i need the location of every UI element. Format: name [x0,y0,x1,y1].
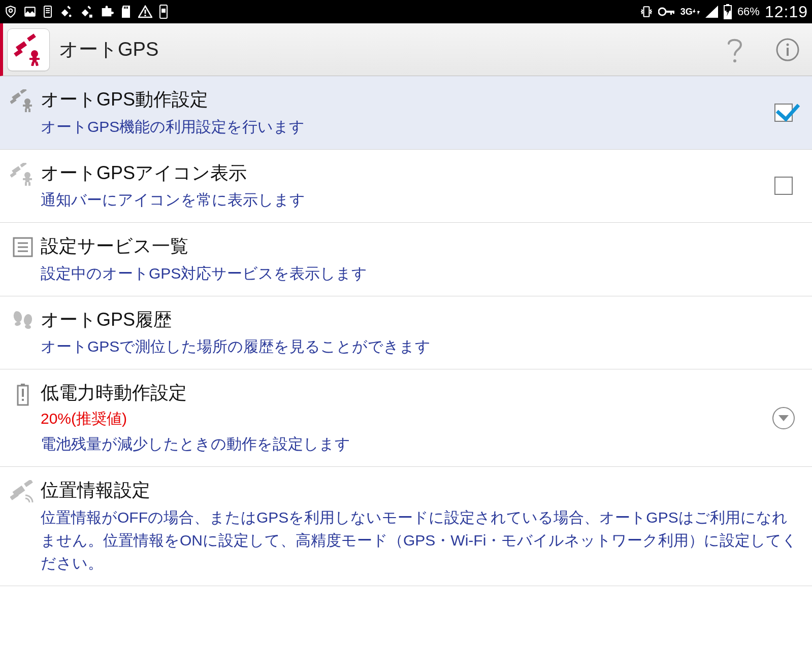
row-title: 位置情報設定 [41,478,799,503]
row-desc: 位置情報がOFFの場合、またはGPSを利用しないモードに設定されている場合、オー… [41,506,799,574]
row-value: 20%(推奨値) [41,409,768,429]
svg-point-57 [23,314,33,326]
page-title: オートGPS [59,37,698,62]
svg-rect-29 [31,61,35,65]
svg-rect-9 [125,7,126,9]
settings-list: オートGPS動作設定 オートGPS機能の利用設定を行います [0,76,812,586]
row-title: オートGPSアイコン表示 [41,161,768,186]
svg-rect-10 [127,7,128,9]
svg-rect-49 [25,182,27,186]
svg-rect-48 [23,178,32,180]
svg-rect-62 [22,399,24,401]
svg-rect-8 [124,7,125,9]
svg-rect-34 [787,48,789,56]
svg-rect-14 [162,9,165,12]
svg-point-33 [787,43,789,46]
satellite-person-icon [7,161,39,186]
signal-icon [705,6,718,18]
battery-icon [723,4,732,19]
svg-rect-64 [24,480,33,487]
battery-percent-label: 66% [737,5,760,18]
row-desc: オートGPSで測位した場所の履歴を見ることができます [41,335,799,358]
row-title: 低電力時動作設定 [41,381,768,405]
svg-point-26 [31,50,38,57]
svg-rect-40 [23,105,32,107]
row-title: 設定サービス一覧 [41,234,799,259]
svg-rect-24 [27,33,36,42]
svg-point-56 [14,321,21,326]
svg-point-58 [24,324,31,329]
puzzle-icon [100,5,114,19]
row-location-setting[interactable]: 位置情報設定 位置情報がOFFの場合、またはGPSを利用しないモードに設定されて… [0,467,812,586]
svg-point-6 [69,15,72,17]
checkbox-operation[interactable] [774,104,793,122]
app-icon[interactable] [7,28,50,71]
row-auto-gps-history[interactable]: オートGPS履歴 オートGPSで測位した場所の履歴を見ることができます [0,296,812,370]
dropdown-low-power[interactable] [772,407,795,429]
svg-rect-36 [20,89,26,94]
svg-rect-18 [670,11,672,15]
row-service-list[interactable]: 設定サービス一覧 設定中のオートGPS対応サービスを表示します [0,223,812,296]
image-icon [23,5,37,18]
svg-rect-19 [673,11,674,14]
list-icon [7,234,39,258]
svg-rect-42 [28,109,30,112]
shield-icon [4,5,17,18]
row-title: オートGPS動作設定 [41,87,768,112]
row-desc: 設定中のオートGPS対応サービスを表示します [41,262,799,285]
row-desc: 通知バーにアイコンを常に表示します [41,188,768,211]
svg-rect-61 [22,389,24,397]
info-button[interactable] [771,33,804,66]
svg-rect-4 [46,10,50,11]
footsteps-icon [7,308,39,330]
svg-point-31 [733,59,736,62]
svg-rect-15 [643,7,649,17]
notification-icon [43,5,53,18]
svg-rect-12 [145,15,146,16]
satellite-person-icon [7,87,39,113]
battery-warning-icon [7,381,39,406]
svg-rect-23 [16,41,27,51]
status-bar: 3G 66% 12:19 [0,0,812,23]
svg-point-0 [9,9,13,12]
row-auto-gps-operation[interactable]: オートGPS動作設定 オートGPS機能の利用設定を行います [0,76,812,150]
warning-icon [138,5,152,18]
svg-rect-28 [29,58,40,60]
svg-point-55 [12,310,23,323]
satellite-icon-2 [79,5,93,19]
satellite-icon-1 [59,5,73,19]
row-desc: オートGPS機能の利用設定を行います [41,115,768,138]
satellite-icon [7,478,39,503]
status-left [4,4,640,19]
status-right: 3G 66% 12:19 [640,3,808,21]
row-auto-gps-icon-display[interactable]: オートGPSアイコン表示 通知バーにアイコンを常に表示します [0,150,812,223]
svg-rect-7 [89,15,92,18]
svg-rect-11 [145,10,146,14]
clock-label: 12:19 [765,3,808,21]
svg-point-16 [659,8,666,15]
svg-rect-2 [44,6,51,17]
svg-rect-44 [20,163,26,167]
row-title: オートGPS履歴 [41,308,799,332]
svg-rect-5 [46,12,50,13]
network-type-label: 3G [680,7,700,16]
vibrate-icon [640,5,653,18]
checkbox-icon-display[interactable] [774,177,793,195]
row-desc: 電池残量が減少したときの動作を設定します [41,432,768,455]
svg-rect-41 [25,109,27,112]
help-button[interactable] [719,33,751,66]
row-low-power-setting[interactable]: 低電力時動作設定 20%(推奨値) 電池残量が減少したときの動作を設定します [0,369,812,467]
sd-card-icon [120,5,132,19]
svg-rect-3 [46,8,50,9]
device-icon [158,4,169,19]
vpn-key-icon [658,7,675,17]
svg-rect-50 [28,182,30,186]
svg-rect-30 [35,61,39,66]
action-bar: オートGPS [0,23,812,76]
